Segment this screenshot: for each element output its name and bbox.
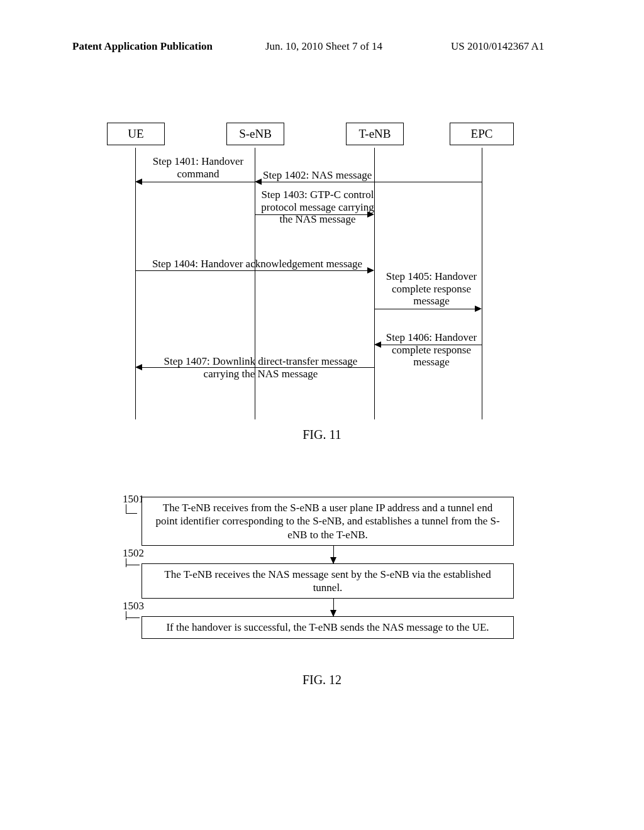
step-1405-label: Step 1405: Handover complete response me… [379,270,484,307]
flow-num-1503: 1503 [123,600,144,612]
flow-num-1501: 1501 [123,493,144,506]
step-1401-label: Step 1401: Handover command [145,155,252,180]
arrow-1407 [142,367,374,368]
step-1404-label: Step 1404: Handover acknowledgement mess… [141,258,374,270]
connector-1501-1502: 1502 [123,546,525,563]
callout-1503 [126,611,140,620]
arrow-1406 [381,345,482,345]
arrow-head-1404 [367,267,374,274]
header-patent-number: US 2010/0142367 A1 [451,40,544,53]
step-1402-label: Step 1402: NAS message [263,169,376,182]
arrow-head-1401 [135,179,142,185]
connector-1502-1503: 1503 [123,599,525,616]
arrow-1404 [136,270,368,271]
arrow-head-1405 [475,306,482,312]
figure-12-flowchart: 1501 The T-eNB receives from the S-eNB a… [123,497,525,639]
arrow-1405 [375,309,475,309]
flow-box-1501: The T-eNB receives from the S-eNB a user… [142,497,514,546]
arrow-1402 [262,182,482,182]
arrow-head-1403 [367,211,374,218]
flow-num-1502: 1502 [123,547,144,560]
arrow-head-1406 [374,341,381,348]
flow-box-1503: If the handover is successful, the T-eNB… [142,616,514,638]
arrow-1401 [142,182,255,182]
header-publication: Patent Application Publication [72,40,213,53]
flow-box-1502: The T-eNB receives the NAS message sent … [142,563,514,599]
figure-11-caption: FIG. 11 [0,428,644,442]
lifeline-ue [135,148,136,419]
actor-epc: EPC [450,123,514,145]
callout-1501 [126,504,140,513]
header-date-sheet: Jun. 10, 2010 Sheet 7 of 14 [265,40,382,53]
arrow-head-1402 [255,179,262,185]
arrow-head-1407 [135,364,142,370]
figure-12-caption: FIG. 12 [0,673,644,687]
arrow-1403 [255,214,368,215]
figure-11-sequence-diagram: UE S-eNB T-eNB EPC Step 1401: Handover c… [107,123,535,431]
callout-1502 [126,558,140,567]
actor-tenb: T-eNB [346,123,404,145]
step-1406-label: Step 1406: Handover complete response me… [379,331,484,368]
actor-senb: S-eNB [226,123,284,145]
step-1403-label: Step 1403: GTP-C control protocol messag… [261,189,374,226]
actor-ue: UE [107,123,165,145]
